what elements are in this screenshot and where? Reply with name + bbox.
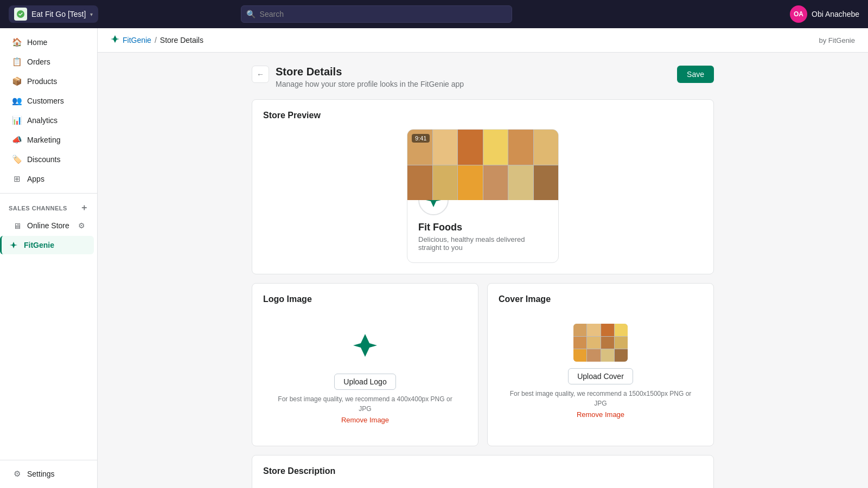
breadcrumb-sep: / bbox=[155, 36, 157, 44]
sidebar-item-customers[interactable]: 👥 Customers bbox=[3, 92, 94, 110]
sidebar-item-apps[interactable]: ⊞ Apps bbox=[3, 170, 94, 188]
settings-gear-icon[interactable]: ⚙ bbox=[78, 221, 85, 230]
avatar: OA bbox=[790, 5, 807, 23]
sidebar-label-apps: Apps bbox=[27, 175, 44, 183]
store-selector[interactable]: Eat Fit Go [Test] ▾ bbox=[9, 5, 98, 23]
user-profile[interactable]: OA Obi Anachebe bbox=[790, 5, 859, 23]
page-content: ← Store Details Manage how your store pr… bbox=[239, 53, 727, 488]
marketing-icon: 📣 bbox=[12, 135, 22, 145]
back-button[interactable]: ← bbox=[252, 66, 269, 83]
sidebar-label-customers: Customers bbox=[27, 97, 64, 105]
breadcrumb-page: Store Details bbox=[160, 36, 203, 44]
breadcrumb: FitGenie / Store Details bbox=[111, 35, 203, 46]
cover-upload-hint: For best image quality, we recommend a 1… bbox=[509, 389, 692, 408]
remove-cover-link[interactable]: Remove Image bbox=[577, 410, 624, 419]
sidebar-item-discounts[interactable]: 🏷️ Discounts bbox=[3, 150, 94, 169]
logo-upload-hint: For best image quality, we recommend a 4… bbox=[274, 394, 456, 414]
home-icon: 🏠 bbox=[12, 37, 22, 47]
time-badge: 9:41 bbox=[412, 134, 430, 143]
page-header: ← Store Details Manage how your store pr… bbox=[252, 66, 714, 88]
sidebar-label-fitgenie: FitGenie bbox=[24, 241, 54, 249]
cover-image-card: Cover Image bbox=[487, 283, 714, 446]
sidebar-item-online-store[interactable]: 🖥 Online Store ⚙ bbox=[3, 216, 94, 235]
logo-image-title: Logo Image bbox=[263, 294, 467, 304]
store-preview-card: Store Preview bbox=[252, 99, 714, 274]
store-description-title: Store Description bbox=[263, 466, 703, 476]
breadcrumb-bar: FitGenie / Store Details by FitGenie bbox=[98, 28, 868, 53]
fitgenie-dot-icon bbox=[9, 240, 18, 250]
sidebar-label-marketing: Marketing bbox=[27, 136, 60, 144]
sidebar-item-settings[interactable]: ⚙ Settings bbox=[3, 465, 94, 483]
sidebar-item-home[interactable]: 🏠 Home bbox=[3, 33, 94, 52]
sidebar-label-orders: Orders bbox=[27, 57, 50, 66]
sidebar-item-marketing[interactable]: 📣 Marketing bbox=[3, 131, 94, 149]
products-icon: 📦 bbox=[12, 76, 22, 86]
breadcrumb-app-link[interactable]: FitGenie bbox=[123, 36, 151, 44]
sidebar-label-settings: Settings bbox=[27, 470, 55, 478]
by-fitgenie-label: by FitGenie bbox=[819, 36, 855, 44]
upload-logo-button[interactable]: Upload Logo bbox=[334, 374, 395, 390]
logo-image-card: Logo Image Upload Logo For best image qu… bbox=[252, 283, 478, 446]
store-preview-title: Store Preview bbox=[263, 111, 703, 120]
page-subtitle: Manage how your store profile looks in t… bbox=[276, 80, 464, 88]
preview-store-name: Fit Foods bbox=[418, 222, 547, 233]
logo-upload-section: Upload Logo For best image quality, we r… bbox=[263, 313, 467, 435]
analytics-icon: 📊 bbox=[12, 115, 22, 125]
chevron-down-icon: ▾ bbox=[90, 11, 93, 17]
sidebar-label-products: Products bbox=[27, 77, 57, 86]
sidebar-item-analytics[interactable]: 📊 Analytics bbox=[3, 111, 94, 130]
cover-upload-section: Upload Cover For best image quality, we … bbox=[499, 313, 703, 429]
orders-icon: 📋 bbox=[12, 57, 22, 67]
save-button[interactable]: Save bbox=[677, 66, 714, 83]
remove-logo-link[interactable]: Remove Image bbox=[341, 416, 389, 424]
sidebar-label-discounts: Discounts bbox=[27, 155, 60, 164]
upload-cover-button[interactable]: Upload Cover bbox=[568, 368, 633, 384]
search-icon: 🔍 bbox=[246, 10, 256, 18]
search-bar: 🔍 bbox=[241, 5, 512, 23]
store-name: Eat Fit Go [Test] bbox=[31, 10, 86, 18]
topbar: Eat Fit Go [Test] ▾ 🔍 OA Obi Anachebe bbox=[0, 0, 868, 28]
store-icon bbox=[14, 8, 27, 21]
cover-image-title: Cover Image bbox=[499, 294, 703, 304]
page-title: Store Details bbox=[276, 66, 464, 78]
sales-channels-header: SALES CHANNELS ＋ bbox=[0, 198, 97, 216]
sidebar-item-orders[interactable]: 📋 Orders bbox=[3, 53, 94, 71]
store-description-card: Store Description bbox=[252, 455, 714, 488]
cover-placeholder bbox=[573, 324, 628, 362]
add-sales-channel-icon[interactable]: ＋ bbox=[80, 202, 89, 214]
sidebar: 🏠 Home 📋 Orders 📦 Products 👥 Customers 📊… bbox=[0, 28, 98, 488]
online-store-icon: 🖥 bbox=[12, 221, 22, 230]
sidebar-label-online-store: Online Store bbox=[27, 221, 69, 230]
store-preview-widget: 9:41 Fit Foods Delicious, healthy meals … bbox=[407, 129, 559, 263]
apps-icon: ⊞ bbox=[12, 174, 22, 184]
sidebar-item-fitgenie[interactable]: FitGenie bbox=[0, 236, 94, 254]
image-upload-grid: Logo Image Upload Logo For best image qu… bbox=[252, 283, 714, 455]
logo-placeholder bbox=[343, 324, 387, 367]
customers-icon: 👥 bbox=[12, 96, 22, 106]
sidebar-item-products[interactable]: 📦 Products bbox=[3, 72, 94, 91]
main-content: FitGenie / Store Details by FitGenie ← S… bbox=[98, 28, 868, 488]
preview-tagline: Delicious, healthy meals delivered strai… bbox=[418, 235, 547, 252]
discounts-icon: 🏷️ bbox=[12, 155, 22, 164]
sidebar-label-home: Home bbox=[27, 38, 47, 47]
fitgenie-breadcrumb-icon bbox=[111, 35, 119, 46]
settings-icon: ⚙ bbox=[12, 469, 22, 479]
logo-diamond-icon bbox=[352, 332, 378, 358]
search-input[interactable] bbox=[241, 5, 512, 23]
sidebar-label-analytics: Analytics bbox=[27, 116, 58, 125]
user-name: Obi Anachebe bbox=[812, 10, 859, 18]
cover-image-area: 9:41 bbox=[407, 130, 558, 200]
